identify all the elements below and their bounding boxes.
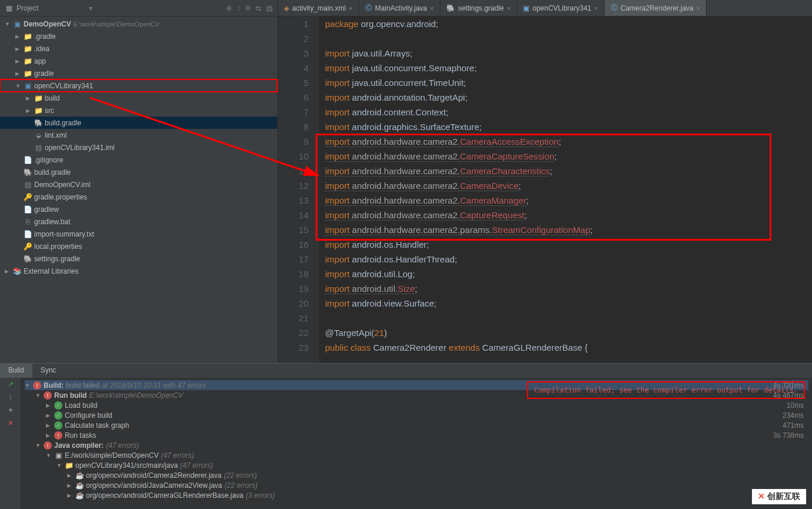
- build-row[interactable]: ▶✓Calculate task graph471ms: [25, 420, 808, 430]
- tab-close-icon[interactable]: ×: [594, 5, 598, 12]
- tree-item[interactable]: 📄import-summary.txt: [0, 228, 277, 240]
- code-line[interactable]: import android.view.Surface;: [325, 296, 812, 311]
- editor-tab[interactable]: 🐘settings.gradle×: [440, 0, 517, 16]
- code-content[interactable]: package org.opencv.android; import java.…: [319, 16, 812, 363]
- code-line[interactable]: [325, 311, 812, 325]
- editor-tabs: ◈activity_main.xml×ⒸMainActivity.java×🐘s…: [278, 0, 812, 16]
- build-toolbar: ↗ ⫶ ✦ ✕: [0, 378, 21, 509]
- code-line[interactable]: import android.annotation.TargetApi;: [325, 90, 812, 105]
- annotation-arrow-icon: [90, 87, 325, 187]
- build-row[interactable]: ▶!Run tasks3s 738ms: [25, 430, 808, 440]
- close-icon[interactable]: ✕: [8, 419, 14, 427]
- svg-line-0: [90, 98, 318, 175]
- tab-build[interactable]: Build: [0, 364, 32, 378]
- tab-close-icon[interactable]: ×: [430, 5, 433, 12]
- editor-tab[interactable]: ⒸMainActivity.java×: [359, 0, 440, 16]
- code-line[interactable]: import java.util.concurrent.Semaphore;: [325, 61, 812, 75]
- dropdown-icon[interactable]: ▾: [89, 4, 92, 12]
- compiler-error-message: Compilation failed; see the compiler err…: [527, 381, 805, 399]
- build-panel: Build Sync ↗ ⫶ ✦ ✕ Compilation failed; s…: [0, 363, 812, 509]
- code-line[interactable]: import android.content.Context;: [325, 105, 812, 119]
- project-actions: ⊕ ↕ ✲ ⇆ ▤: [226, 4, 273, 12]
- code-line[interactable]: import android.util.Size;: [325, 281, 812, 296]
- project-icon: ▦: [5, 4, 13, 12]
- editor-tab[interactable]: ⒸCamera2Renderer.java×: [605, 0, 707, 16]
- code-line[interactable]: import java.util.Arrays;: [325, 46, 812, 61]
- tree-item[interactable]: ⎘gradlew.bat: [0, 215, 277, 228]
- tree-item[interactable]: 📄gradlew: [0, 203, 277, 215]
- error-highlight-box: [316, 134, 771, 241]
- build-row[interactable]: ▶✓Configure build234ms: [25, 410, 808, 420]
- tree-item[interactable]: 🐘settings.gradle: [0, 252, 277, 265]
- build-row[interactable]: ▶✓Load build10ms: [25, 400, 808, 410]
- tab-close-icon[interactable]: ×: [697, 5, 700, 12]
- tab-close-icon[interactable]: ×: [507, 5, 511, 12]
- tree-item[interactable]: ▶📁.gradle: [0, 30, 277, 42]
- code-line[interactable]: [325, 31, 812, 46]
- build-row[interactable]: ▼!Java compiler: (47 errors): [25, 440, 808, 450]
- code-line[interactable]: import android.util.Log;: [325, 267, 812, 281]
- tree-item[interactable]: 🔑local.properties: [0, 240, 277, 252]
- tree-item[interactable]: 🔑gradle.properties: [0, 191, 277, 203]
- build-row[interactable]: ▼▣E:/work/simple/DemoOpenCV (47 errors): [25, 450, 808, 460]
- line-gutter: 1234567891011121314151617181920212223: [278, 16, 319, 363]
- build-row[interactable]: ▶☕org/opencv/android/CameraGLRendererBas…: [25, 490, 808, 500]
- rerun-icon[interactable]: ↗: [8, 380, 14, 388]
- pin-icon[interactable]: ✦: [8, 406, 14, 414]
- watermark: ✕ 创新互联: [752, 489, 806, 504]
- minimize-icon[interactable]: ▤: [266, 4, 273, 12]
- code-line[interactable]: package org.opencv.android;: [325, 16, 812, 31]
- collapse-icon[interactable]: ⊕: [226, 4, 232, 12]
- code-line[interactable]: import java.util.concurrent.TimeUnit;: [325, 75, 812, 90]
- code-line[interactable]: import android.graphics.SurfaceTexture;: [325, 119, 812, 134]
- build-tree[interactable]: Compilation failed; see the compiler err…: [21, 378, 812, 509]
- project-title: Project: [16, 4, 38, 12]
- build-row[interactable]: ▶☕org/opencv/android/Camera2Renderer.jav…: [25, 470, 808, 480]
- editor-tab[interactable]: ▣openCVLibrary341×: [517, 0, 605, 16]
- filter-icon[interactable]: ⫶: [9, 393, 12, 401]
- scroll-icon[interactable]: ↕: [237, 4, 240, 12]
- project-header: ▦ Project ▾ ⊕ ↕ ✲ ⇆ ▤: [0, 0, 277, 16]
- build-row[interactable]: ▼📁openCVLibrary341/src/main/java (47 err…: [25, 460, 808, 470]
- code-line[interactable]: import android.os.HandlerThread;: [325, 252, 812, 267]
- tree-external-libs[interactable]: ▶📚External Libraries: [0, 265, 277, 277]
- editor-tab[interactable]: ◈activity_main.xml×: [278, 0, 359, 16]
- tree-item[interactable]: ▶📁app: [0, 55, 277, 67]
- bottom-tabs: Build Sync: [0, 364, 812, 378]
- code-line[interactable]: public class Camera2Renderer extends Cam…: [325, 340, 812, 355]
- tab-close-icon[interactable]: ×: [349, 5, 352, 12]
- tree-item[interactable]: ▶📁gradle: [0, 67, 277, 79]
- gear-icon[interactable]: ✲: [245, 4, 251, 12]
- build-row[interactable]: ▶☕org/opencv/android/JavaCamera2View.jav…: [25, 480, 808, 490]
- tree-root[interactable]: ▼▣DemoOpenCV E:\work\simple\DemoOpenCV: [0, 18, 277, 30]
- hide-icon[interactable]: ⇆: [256, 4, 261, 12]
- tree-item[interactable]: ▶📁.idea: [0, 42, 277, 55]
- code-area[interactable]: 1234567891011121314151617181920212223 pa…: [278, 16, 812, 363]
- code-line[interactable]: @TargetApi(21): [325, 325, 812, 340]
- editor-area: ◈activity_main.xml×ⒸMainActivity.java×🐘s…: [278, 0, 812, 363]
- tab-sync[interactable]: Sync: [32, 364, 65, 378]
